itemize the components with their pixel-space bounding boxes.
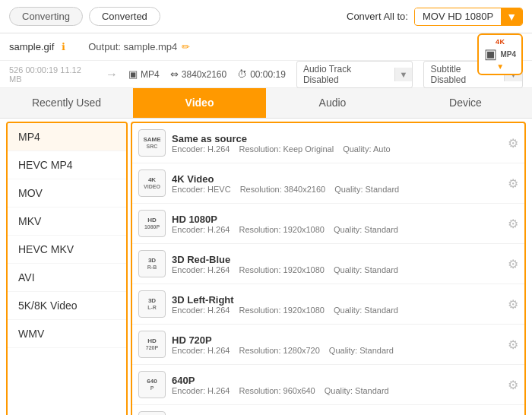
audio-track-label: Audio Track Disabled	[297, 62, 394, 87]
resolution-value: 3840x2160	[182, 69, 226, 80]
format-panel: MP4HEVC MP4MOVMKVHEVC MKVAVI5K/8K VideoW…	[0, 119, 532, 415]
sidebar-item-mkv[interactable]: MKV	[8, 208, 126, 236]
audio-track-arrow[interactable]: ▼	[394, 68, 413, 81]
format-list-item[interactable]: HD1080PHD 1080PEncoder: H.264Resolution:…	[132, 204, 524, 244]
gear-icon[interactable]: ⚙	[508, 217, 518, 231]
sidebar-item-mov[interactable]: MOV	[8, 179, 126, 208]
converting-tab[interactable]: Converting	[9, 7, 83, 26]
format-name: 4K Video	[172, 173, 502, 185]
format-icon: SAMESRC	[138, 129, 166, 157]
format-list: SAMESRCSame as sourceEncoder: H.264Resol…	[131, 122, 526, 415]
resolution-label: Resolution: 1920x1080	[239, 265, 325, 274]
edit-icon[interactable]: ✏	[182, 41, 190, 52]
convert-all-arrow-icon[interactable]: ▼	[501, 8, 522, 25]
format-info: 3D Red-BlueEncoder: H.264Resolution: 192…	[172, 254, 502, 274]
output-label: Output: sample.mp4	[88, 41, 177, 52]
convert-all-value: MOV HD 1080P	[415, 8, 501, 24]
encoder-label: Encoder: H.264	[172, 306, 230, 315]
file-size-label: 526 00:00:19 11.12 MB	[9, 65, 95, 84]
4k-mp4-icon: ▣ MP4	[484, 46, 516, 62]
resolution-label: Resolution: 1280x720	[239, 346, 319, 355]
sidebar-item-avi[interactable]: AVI	[8, 264, 126, 292]
sidebar-item-hevc-mp4[interactable]: HEVC MP4	[8, 151, 126, 179]
audio-track-dropdown[interactable]: Audio Track Disabled ▼	[296, 61, 413, 88]
converted-tab[interactable]: Converted	[89, 7, 160, 26]
tab-video[interactable]: Video	[133, 88, 266, 118]
format-details: Encoder: H.264Resolution: 1920x1080Quali…	[172, 225, 502, 234]
resolution-badge: ⇔ 3840x2160	[170, 68, 226, 80]
encoder-label: Encoder: H.264	[172, 225, 230, 234]
sidebar-item-mp4[interactable]: MP4	[8, 123, 126, 151]
quality-label: Quality: Auto	[343, 144, 390, 154]
format-icon: 3DL-R	[138, 290, 166, 318]
gear-icon[interactable]: ⚙	[508, 378, 518, 392]
resolution-label: Resolution: 960x640	[239, 386, 315, 395]
format-info: HD 1080PEncoder: H.264Resolution: 1920x1…	[172, 214, 502, 234]
resolution-label: Resolution: Keep Original	[239, 144, 334, 154]
duration-value: 00:00:19	[250, 69, 286, 80]
format-list-item[interactable]: 3DL-R3D Left-RightEncoder: H.264Resoluti…	[132, 284, 524, 325]
encoder-label: Encoder: HEVC	[172, 185, 231, 194]
info-icon[interactable]: ℹ	[62, 41, 65, 52]
quality-label: Quality: Standard	[334, 306, 398, 315]
quality-label: Quality: Standard	[329, 346, 394, 355]
format-list-item[interactable]: HD720PHD 720PEncoder: H.264Resolution: 1…	[132, 325, 524, 365]
format-name: HD 1080P	[172, 214, 502, 225]
tab-audio[interactable]: Audio	[266, 88, 399, 118]
encoder-label: Encoder: H.264	[172, 265, 230, 274]
format-name: HD 720P	[172, 334, 502, 346]
4k-label: 4K	[496, 38, 505, 46]
format-icon: HD720P	[138, 331, 166, 358]
resolution-label: Resolution: 1920x1080	[239, 306, 325, 315]
format-list-item[interactable]: 4KVIDEO4K VideoEncoder: HEVCResolution: …	[132, 163, 524, 204]
file-name: sample.gif	[9, 41, 54, 52]
format-name: Same as source	[172, 133, 502, 144]
format-icon: HD1080P	[138, 210, 166, 237]
convert-all-area: Convert All to: MOV HD 1080P ▼	[347, 8, 523, 26]
quality-label: Quality: Standard	[334, 185, 399, 194]
quality-label: Quality: Standard	[334, 225, 398, 234]
convert-info-row: 526 00:00:19 11.12 MB → ▣ MP4 ⇔ 3840x216…	[0, 61, 532, 88]
gear-icon[interactable]: ⚙	[508, 297, 518, 312]
4k-mp4-badge[interactable]: 4K ▣ MP4 ▼	[477, 33, 523, 75]
format-list-item[interactable]: 640P640PEncoder: H.264Resolution: 960x64…	[132, 365, 524, 405]
gear-icon[interactable]: ⚙	[508, 136, 518, 150]
sidebar-item-hevc-mkv[interactable]: HEVC MKV	[8, 236, 126, 264]
4k-badge-arrow[interactable]: ▼	[496, 62, 504, 71]
convert-all-label: Convert All to:	[347, 11, 408, 22]
format-sidebar: MP4HEVC MP4MOVMKVHEVC MKVAVI5K/8K VideoW…	[6, 122, 128, 415]
format-details: Encoder: H.264Resolution: 1920x1080Quali…	[172, 265, 502, 274]
format-details: Encoder: H.264Resolution: 960x640Quality…	[172, 386, 502, 395]
output-area: Output: sample.mp4 ✏	[88, 41, 190, 52]
format-badge: ▣ MP4	[128, 68, 160, 80]
format-name: 3D Red-Blue	[172, 254, 502, 265]
encoder-label: Encoder: H.264	[172, 386, 230, 395]
resolution-label: Resolution: 1920x1080	[239, 225, 325, 234]
file-row: sample.gif ℹ Output: sample.mp4 ✏ ⊙ ⇅	[0, 33, 532, 61]
format-info: 3D Left-RightEncoder: H.264Resolution: 1…	[172, 294, 502, 315]
format-details: Encoder: HEVCResolution: 3840x2160Qualit…	[172, 185, 502, 194]
convert-all-dropdown[interactable]: MOV HD 1080P ▼	[414, 8, 523, 26]
top-bar-tabs: Converting Converted	[9, 7, 160, 26]
tab-device[interactable]: Device	[399, 88, 532, 118]
resolution-label: Resolution: 3840x2160	[240, 185, 326, 194]
format-value: MP4	[141, 69, 160, 80]
format-list-item[interactable]: 3DR-B3D Red-BlueEncoder: H.264Resolution…	[132, 244, 524, 284]
gear-icon[interactable]: ⚙	[508, 337, 518, 352]
format-info: HD 720PEncoder: H.264Resolution: 1280x72…	[172, 334, 502, 355]
format-tabs: Recently Used Video Audio Device	[0, 88, 532, 119]
encoder-label: Encoder: H.264	[172, 144, 230, 154]
tab-recently-used[interactable]: Recently Used	[0, 88, 133, 118]
sidebar-item-wmv[interactable]: WMV	[8, 320, 126, 348]
format-name: 3D Left-Right	[172, 294, 502, 306]
gear-icon[interactable]: ⚙	[508, 176, 518, 191]
sidebar-item-5k/8k-video[interactable]: 5K/8K Video	[8, 292, 126, 320]
format-list-item[interactable]: SD576PSD 576PEncoder: H.264Resolution: 7…	[132, 405, 524, 415]
duration-badge: ⏱ 00:00:19	[237, 68, 286, 80]
format-details: Encoder: H.264Resolution: 1280x720Qualit…	[172, 346, 502, 355]
format-icon: 3DR-B	[138, 250, 166, 277]
gear-icon[interactable]: ⚙	[508, 257, 518, 271]
format-name: 640P	[172, 375, 502, 386]
format-list-item[interactable]: SAMESRCSame as sourceEncoder: H.264Resol…	[132, 123, 524, 163]
format-details: Encoder: H.264Resolution: 1920x1080Quali…	[172, 306, 502, 315]
